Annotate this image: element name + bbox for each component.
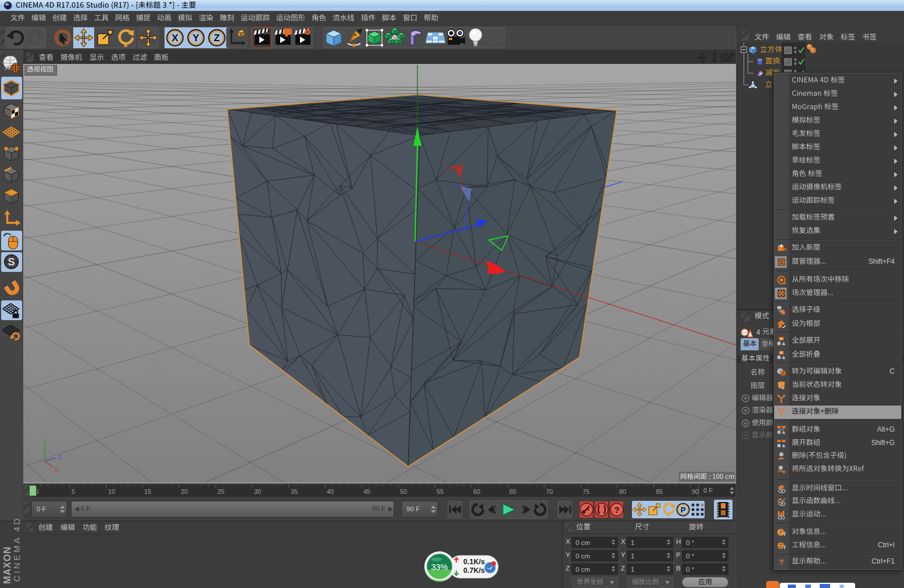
svg-text:i: i (784, 530, 786, 537)
svg-text:Z: Z (214, 33, 220, 44)
svg-text:Y: Y (42, 439, 47, 446)
svg-text:X: X (55, 467, 59, 473)
svg-text:33%: 33% (431, 562, 448, 572)
svg-text:Z: Z (58, 454, 62, 460)
svg-text:X: X (171, 33, 178, 44)
svg-text:Y: Y (192, 33, 199, 44)
svg-text:P: P (680, 505, 685, 514)
svg-text:?: ? (779, 558, 784, 567)
svg-text:S: S (8, 256, 15, 268)
svg-text:0.7K/s: 0.7K/s (463, 567, 485, 575)
svg-text:?: ? (614, 505, 619, 515)
svg-text:i: i (784, 543, 786, 550)
svg-text:0.1K/s: 0.1K/s (463, 558, 485, 566)
